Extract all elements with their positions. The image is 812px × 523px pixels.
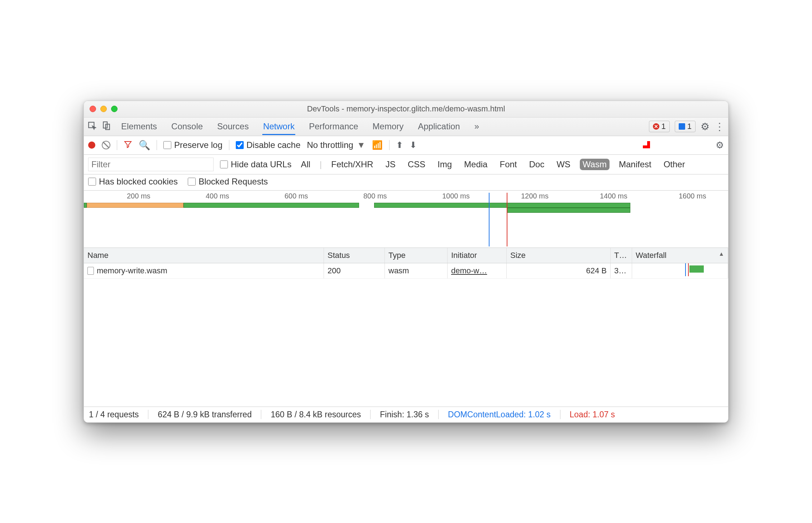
status-footer: 1 / 4 requests 624 B / 9.9 kB transferre… (84, 407, 728, 422)
upload-har-icon[interactable]: ⬆ (396, 140, 403, 150)
tab-application[interactable]: Application (417, 118, 460, 135)
request-initiator[interactable]: demo-w… (451, 266, 487, 275)
sort-arrow-icon: ▲ (718, 251, 724, 260)
col-status[interactable]: Status (324, 248, 385, 263)
overview-bar (87, 203, 183, 208)
table-row[interactable]: memory-write.wasm 200 wasm demo-w… 624 B… (84, 263, 728, 279)
filter-type-doc[interactable]: Doc (526, 159, 548, 170)
col-name[interactable]: Name (84, 248, 324, 263)
col-waterfall[interactable]: Waterfall▲ (632, 248, 728, 263)
overview-bar (507, 208, 630, 213)
tab-elements[interactable]: Elements (120, 118, 158, 135)
network-conditions-icon[interactable]: 📶 (372, 140, 383, 150)
disable-cache-checkbox[interactable]: Disable cache (236, 140, 301, 150)
filter-input[interactable] (88, 158, 214, 171)
table-header: Name Status Type Initiator Size T… Water… (84, 248, 728, 263)
table-body: memory-write.wasm 200 wasm demo-w… 624 B… (84, 263, 728, 407)
tab-console[interactable]: Console (171, 118, 204, 135)
overview-bar (183, 203, 359, 208)
blocked-requests-checkbox[interactable]: Blocked Requests (188, 177, 268, 187)
devtools-window: DevTools - memory-inspector.glitch.me/de… (83, 101, 729, 423)
request-type: wasm (385, 263, 448, 278)
titlebar: DevTools - memory-inspector.glitch.me/de… (84, 101, 728, 117)
filter-type-wasm[interactable]: Wasm (580, 159, 610, 170)
filter-type-media[interactable]: Media (461, 159, 490, 170)
filter-type-other[interactable]: Other (661, 159, 688, 170)
filter-bar: Hide data URLs All | Fetch/XHR JS CSS Im… (84, 155, 728, 174)
waterfall-bar (689, 265, 704, 273)
network-toolbar: 🔍 Preserve log Disable cache No throttli… (84, 136, 728, 155)
col-type[interactable]: Type (385, 248, 448, 263)
kebab-menu-icon[interactable]: ⋮ (715, 121, 725, 133)
throttling-select[interactable]: No throttling▼ (307, 140, 365, 150)
request-time: 3… (611, 263, 632, 278)
settings-gear-icon[interactable]: ⚙ (701, 121, 710, 133)
filter-type-ws[interactable]: WS (554, 159, 573, 170)
download-har-icon[interactable]: ⬇ (410, 140, 417, 150)
overview-bar (84, 203, 87, 208)
blocked-cookies-checkbox[interactable]: Has blocked cookies (88, 177, 178, 187)
filter-bar-2: Has blocked cookies Blocked Requests (84, 174, 728, 191)
window-title: DevTools - memory-inspector.glitch.me/de… (84, 104, 728, 114)
main-tabbar: Elements Console Sources Network Perform… (84, 117, 728, 136)
annotation-arrow-icon (636, 134, 653, 155)
footer-finish: Finish: 1.36 s (380, 410, 429, 419)
search-icon[interactable]: 🔍 (139, 140, 150, 151)
waterfall-cell (632, 263, 728, 278)
inspect-icon[interactable] (87, 121, 97, 132)
request-status: 200 (324, 263, 385, 278)
filter-type-font[interactable]: Font (497, 159, 520, 170)
request-name: memory-write.wasm (97, 266, 167, 275)
record-button[interactable] (88, 141, 95, 149)
resource-type-filters: All | Fetch/XHR JS CSS Img Media Font Do… (298, 159, 688, 170)
hide-data-urls-checkbox[interactable]: Hide data URLs (220, 159, 291, 169)
overview-bar (374, 203, 630, 208)
col-size[interactable]: Size (507, 248, 611, 263)
footer-load: Load: 1.07 s (570, 410, 615, 419)
filter-type-fetch[interactable]: Fetch/XHR (328, 159, 376, 170)
tab-more[interactable]: » (474, 118, 480, 135)
message-badge[interactable]: 1 (675, 121, 696, 132)
tab-memory[interactable]: Memory (372, 118, 405, 135)
device-toggle-icon[interactable] (102, 121, 111, 132)
dcl-marker (489, 193, 489, 246)
preserve-log-checkbox[interactable]: Preserve log (163, 140, 223, 150)
filter-type-img[interactable]: Img (435, 159, 455, 170)
footer-transferred: 624 B / 9.9 kB transferred (158, 410, 252, 419)
filter-toggle-icon[interactable] (124, 140, 132, 150)
tab-performance[interactable]: Performance (308, 118, 359, 135)
tab-sources[interactable]: Sources (216, 118, 249, 135)
col-initiator[interactable]: Initiator (448, 248, 507, 263)
file-icon (87, 267, 94, 275)
timeline-overview[interactable]: 200 ms 400 ms 600 ms 800 ms 1000 ms 1200… (84, 191, 728, 248)
col-time[interactable]: T… (611, 248, 632, 263)
toolbar-gear-icon[interactable]: ⚙ (716, 140, 724, 151)
filter-type-manifest[interactable]: Manifest (616, 159, 654, 170)
filter-type-css[interactable]: CSS (405, 159, 428, 170)
clear-button[interactable] (102, 141, 110, 149)
footer-requests: 1 / 4 requests (89, 410, 139, 419)
tab-network[interactable]: Network (262, 118, 295, 135)
filter-type-all[interactable]: All (298, 159, 313, 170)
error-badge[interactable]: ✕1 (649, 121, 670, 132)
footer-resources: 160 B / 8.4 kB resources (271, 410, 361, 419)
load-marker (507, 193, 507, 246)
filter-type-js[interactable]: JS (383, 159, 398, 170)
footer-dcl: DOMContentLoaded: 1.02 s (448, 410, 550, 419)
request-size: 624 B (507, 263, 611, 278)
